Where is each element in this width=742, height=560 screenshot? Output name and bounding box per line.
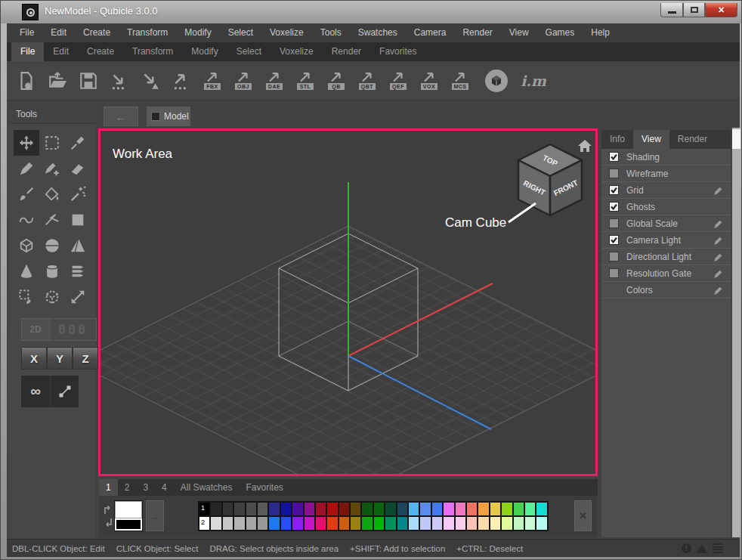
export-qbt-button[interactable]: QBT xyxy=(357,68,378,94)
palette-swatch[interactable] xyxy=(455,502,466,516)
context-tab-modify[interactable]: Modify xyxy=(182,42,227,61)
palette-swatch[interactable] xyxy=(513,516,524,531)
context-tab-favorites[interactable]: Favorites xyxy=(370,42,425,61)
export-dae-button[interactable]: DAE xyxy=(264,68,285,94)
palette-swatch[interactable] xyxy=(466,516,478,531)
panel-tab-info[interactable]: Info xyxy=(601,130,633,149)
primary-color-swatch[interactable] xyxy=(115,501,142,518)
menu-item-render[interactable]: Render xyxy=(454,23,500,42)
palette-swatch[interactable] xyxy=(373,502,385,516)
menu-item-camera[interactable]: Camera xyxy=(406,23,455,42)
export-obj-button[interactable]: OBJ xyxy=(233,68,254,94)
export-button[interactable] xyxy=(171,68,192,94)
palette-swatch[interactable] xyxy=(501,502,512,516)
viewport-3d[interactable]: TOP RIGHT FRONT Work Area Cam Cube xyxy=(100,131,595,474)
context-tab-transform[interactable]: Transform xyxy=(123,42,182,61)
tool-pencil-add-button[interactable] xyxy=(39,156,65,181)
palette-swatch[interactable] xyxy=(222,516,233,531)
tool-magic-wand-button[interactable] xyxy=(65,181,91,207)
back-button[interactable]: ← xyxy=(104,107,138,126)
context-tab-render[interactable]: Render xyxy=(323,42,370,61)
swatch-tab-2[interactable]: 2 xyxy=(118,479,137,496)
palette-swatch[interactable] xyxy=(536,502,547,516)
palette-swatch[interactable] xyxy=(466,502,478,516)
menu-item-voxelize[interactable]: Voxelize xyxy=(261,23,312,42)
palette-swatch[interactable] xyxy=(478,516,489,531)
palette-swatch[interactable] xyxy=(373,516,385,531)
home-icon[interactable] xyxy=(578,140,592,152)
open-button[interactable] xyxy=(47,68,68,94)
palette-swatch[interactable] xyxy=(431,516,443,531)
line-mode-button[interactable] xyxy=(50,376,79,407)
palette-swatch[interactable] xyxy=(246,516,257,531)
checkbox-camera-light[interactable] xyxy=(609,235,619,245)
swatch-tab-3[interactable]: 3 xyxy=(136,479,155,496)
tool-pyramid-button[interactable] xyxy=(65,233,91,258)
checkbox-resolution-gate[interactable] xyxy=(609,268,619,278)
tool-sphere-button[interactable] xyxy=(39,233,65,258)
palette-swatch[interactable] xyxy=(397,502,408,516)
menu-item-create[interactable]: Create xyxy=(75,23,119,42)
axis-x-button[interactable]: X xyxy=(21,347,47,370)
export-vox-button[interactable]: VOX xyxy=(419,68,440,94)
import-mesh-button[interactable] xyxy=(140,68,161,94)
tool-brush-button[interactable] xyxy=(14,181,39,207)
tool-color-picker-button[interactable] xyxy=(65,130,91,156)
tool-freehand-draw-button[interactable] xyxy=(14,207,39,233)
context-tab-file[interactable]: File xyxy=(11,42,44,61)
palette-swatch[interactable] xyxy=(257,516,268,531)
menu-item-select[interactable]: Select xyxy=(220,23,261,42)
tool-rectangle-select-button[interactable] xyxy=(39,130,65,156)
checkbox-shading[interactable] xyxy=(609,152,619,162)
scrollbar-thumb[interactable] xyxy=(732,129,740,149)
palette-swatch[interactable] xyxy=(536,516,547,531)
apply-color-button[interactable]: → xyxy=(146,500,164,531)
palette-swatch[interactable] xyxy=(361,502,373,516)
palette-swatch[interactable] xyxy=(490,516,501,531)
tab-model[interactable]: Model xyxy=(147,107,190,126)
checkbox-global-scale[interactable] xyxy=(609,218,619,228)
tool-polyline-button[interactable] xyxy=(39,207,65,233)
palette-swatch[interactable] xyxy=(431,502,443,516)
palette-swatch[interactable] xyxy=(524,516,536,531)
palette-swatch[interactable] xyxy=(350,516,361,531)
export-mcs-button[interactable]: MCS xyxy=(450,68,471,94)
save-button[interactable] xyxy=(78,68,99,94)
palette-swatch[interactable] xyxy=(280,502,292,516)
palette-swatch[interactable] xyxy=(326,502,338,516)
palette-swatch[interactable] xyxy=(350,502,361,516)
export-qb-button[interactable]: QB xyxy=(326,68,347,94)
right-panel-scrollbar[interactable] xyxy=(732,128,740,537)
palette-swatch[interactable] xyxy=(501,516,512,531)
palette-swatch[interactable] xyxy=(210,516,221,531)
palette-swatch[interactable] xyxy=(385,516,396,531)
menu-item-view[interactable]: View xyxy=(501,23,537,42)
checkbox-wireframe[interactable] xyxy=(609,169,619,178)
tool-cylinder-button[interactable] xyxy=(39,258,65,284)
im-logo[interactable]: i.m xyxy=(521,73,546,89)
swatch-tab-1[interactable]: 1 xyxy=(99,479,118,496)
palette-swatch[interactable] xyxy=(385,502,396,516)
remove-swatch-button[interactable]: ✕ xyxy=(574,500,592,531)
warning-icon[interactable] xyxy=(697,544,707,553)
palette-swatch[interactable] xyxy=(315,502,326,516)
axis-z-button[interactable]: Z xyxy=(73,347,98,370)
palette-swatch[interactable] xyxy=(490,502,501,516)
mode-2d-button[interactable]: 2D xyxy=(21,318,50,341)
swatch-tab-all-swatches[interactable]: All Swatches xyxy=(174,479,240,496)
tool-cone-button[interactable] xyxy=(14,258,39,284)
edit-pencil-icon[interactable] xyxy=(713,235,723,249)
palette-swatch[interactable] xyxy=(222,502,233,516)
palette-swatch[interactable] xyxy=(443,502,454,516)
palette-swatch[interactable] xyxy=(246,502,257,516)
tool-paint-bucket-button[interactable] xyxy=(39,181,65,207)
secondary-color-swatch[interactable] xyxy=(115,518,142,531)
edit-pencil-icon[interactable] xyxy=(713,252,723,265)
checkbox-ghosts[interactable] xyxy=(609,202,619,212)
checkbox-grid[interactable] xyxy=(609,185,619,195)
tool-eraser-button[interactable] xyxy=(65,156,91,181)
palette-swatch[interactable] xyxy=(419,516,431,531)
checkbox-directional-light[interactable] xyxy=(609,252,619,261)
palette-swatch[interactable] xyxy=(268,516,280,531)
palette-swatch[interactable] xyxy=(478,502,489,516)
